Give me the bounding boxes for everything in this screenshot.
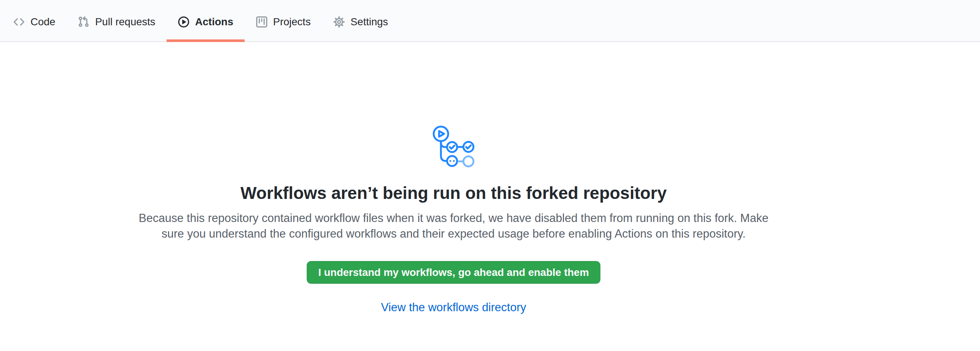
view-workflows-directory-link[interactable]: View the workflows directory [381, 301, 527, 314]
tab-code[interactable]: Code [2, 0, 67, 41]
tab-settings[interactable]: Settings [322, 0, 399, 41]
tab-pull-requests[interactable]: Pull requests [67, 0, 167, 41]
tab-pull-requests-label: Pull requests [95, 16, 155, 28]
code-icon [13, 16, 25, 28]
blankslate-description: Because this repository contained workfl… [139, 210, 768, 242]
project-icon [256, 16, 268, 28]
tab-projects[interactable]: Projects [245, 0, 322, 41]
repo-tab-bar: Code Pull requests Actions [0, 0, 980, 42]
play-icon [178, 16, 189, 28]
page-title: Workflows aren’t being run on this forke… [240, 183, 667, 203]
workflow-hero-icon [432, 125, 475, 168]
description-line-1: Because this repository contained workfl… [139, 210, 768, 226]
tab-actions-label: Actions [195, 16, 234, 28]
gear-icon [333, 16, 345, 28]
actions-disabled-blankslate: Workflows aren’t being run on this forke… [149, 125, 759, 314]
enable-workflows-button[interactable]: I understand my workflows, go ahead and … [307, 261, 600, 284]
tab-projects-label: Projects [273, 16, 311, 28]
tab-settings-label: Settings [351, 16, 388, 28]
git-pull-request-icon [78, 16, 90, 28]
description-line-2: sure you understand the configured workf… [139, 226, 768, 242]
tab-code-label: Code [30, 16, 56, 28]
tab-actions[interactable]: Actions [167, 0, 245, 41]
